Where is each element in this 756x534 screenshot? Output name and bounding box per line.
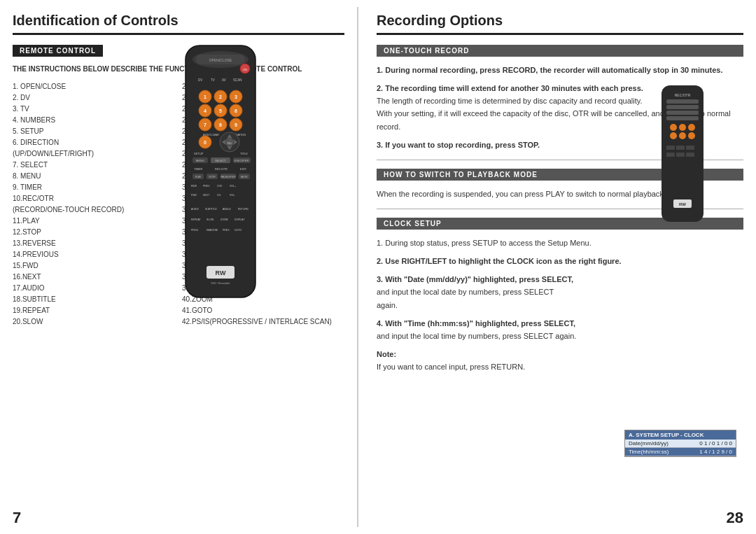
- remote-control-image: OPEN/CLOSE ON DV TV AV SCAN 1 2 3 4 5 6 …: [178, 42, 318, 302]
- control-item: 12.STOP: [13, 227, 175, 238]
- svg-text:AUDIO: AUDIO: [191, 208, 199, 211]
- svg-text:MUTE: MUTE: [241, 176, 248, 178]
- svg-text:RW: RW: [216, 269, 226, 276]
- control-item: 2. DV: [13, 92, 175, 104]
- control-item: 9. TIMER: [13, 182, 175, 193]
- svg-rect-95: [686, 146, 694, 150]
- svg-rect-94: [676, 146, 685, 150]
- svg-text:PROG: PROG: [191, 229, 199, 232]
- svg-text:DISPLAY: DISPLAY: [234, 218, 245, 221]
- svg-text:SEL: SEL: [227, 141, 232, 145]
- control-item: (UP/DOWN/LEFT/RIGHT): [13, 148, 175, 160]
- control-item: (RECORD/ONE-TOUCH RECORD): [13, 204, 175, 216]
- svg-text:MENU: MENU: [196, 159, 204, 162]
- svg-text:3: 3: [234, 94, 237, 99]
- svg-text:PREV: PREV: [203, 185, 210, 188]
- right-title: Recording Options: [377, 13, 743, 35]
- control-item: 18.SUBTITLE: [13, 294, 175, 305]
- svg-point-87: [670, 124, 677, 131]
- svg-text:NEXT: NEXT: [203, 194, 210, 197]
- control-item: 19.REPEAT: [13, 305, 175, 316]
- clock-item1: 1. During stop status, press SETUP to ac…: [377, 237, 743, 249]
- svg-text:AV: AV: [222, 78, 226, 82]
- control-item: 3. TV: [13, 104, 175, 115]
- control-item: 42.PS/IS(PROGRESSIVE / INTERLACE SCAN): [182, 316, 344, 328]
- svg-rect-96: [666, 153, 675, 157]
- svg-text:SETUP: SETUP: [194, 152, 204, 155]
- svg-text:EDIT: EDIT: [240, 167, 247, 171]
- clock-item2: 2. Use RIGHT/LEFT to highlight the CLOCK…: [377, 255, 743, 267]
- svg-rect-83: [666, 99, 699, 104]
- svg-text:5: 5: [219, 108, 222, 113]
- one-touch-record-badge: ONE-TOUCH RECORD: [377, 45, 743, 57]
- svg-text:DISCOPER: DISCOPER: [234, 159, 249, 162]
- control-item: 5. SETUP: [13, 126, 175, 137]
- right-remote-image: REC/OTR RW: [658, 84, 735, 225]
- control-item: 20.SLOW: [13, 316, 175, 328]
- control-item: 10.REC/OTR: [13, 193, 175, 204]
- svg-text:PRES: PRES: [223, 229, 230, 232]
- svg-text:9: 9: [234, 122, 237, 127]
- control-item: 16.NEXT: [13, 272, 175, 283]
- control-item: 11.PLAY: [13, 216, 175, 227]
- svg-text:VOL+: VOL+: [230, 185, 236, 188]
- svg-text:PAUSE/STEP: PAUSE/STEP: [220, 176, 236, 178]
- control-item: 1. OPEN/CLOSE: [13, 81, 175, 92]
- svg-text:7: 7: [204, 122, 206, 127]
- clock-row: Time(hh/mm:ss)1 4 / 1 2 9 / 0: [625, 448, 736, 456]
- svg-text:ZOOM: ZOOM: [220, 218, 228, 221]
- control-item: 17.AUDIO: [13, 283, 175, 294]
- svg-text:4: 4: [204, 108, 206, 113]
- clock-note: Note: If you want to cancel input, press…: [377, 348, 743, 373]
- svg-text:TIMER: TIMER: [194, 167, 203, 171]
- svg-text:RETURN: RETURN: [238, 208, 248, 211]
- page-num-right: 28: [727, 509, 743, 527]
- left-title: Identification of Controls: [13, 13, 344, 35]
- svg-point-89: [688, 124, 695, 131]
- svg-rect-86: [666, 116, 699, 120]
- clock-item4: 4. With "Time (hh:mm:ss)" highlighted, p…: [377, 317, 743, 342]
- svg-text:TV: TV: [211, 78, 215, 82]
- svg-rect-0: [186, 45, 255, 297]
- svg-rect-93: [666, 146, 675, 150]
- svg-text:REC/OTR: REC/OTR: [675, 93, 691, 97]
- svg-text:ON: ON: [243, 68, 247, 71]
- svg-rect-85: [666, 111, 699, 115]
- svg-text:SLOW: SLOW: [206, 218, 214, 221]
- control-item: 6. DIRECTION: [13, 137, 175, 148]
- svg-text:1: 1: [204, 94, 206, 99]
- svg-text:SCAN: SCAN: [233, 78, 242, 82]
- svg-text:ANGLE: ANGLE: [223, 208, 232, 211]
- svg-text:PLAY: PLAY: [195, 176, 202, 178]
- svg-point-88: [679, 124, 686, 131]
- svg-text:GOTO: GOTO: [234, 229, 242, 232]
- vertical-separator: [357, 7, 358, 527]
- clock-item3: 3. With "Date (mm/dd/yy)" highlighted, p…: [377, 273, 743, 311]
- control-item: 13.REVERSE: [13, 238, 175, 249]
- svg-text:SUBTITLE: SUBTITLE: [205, 208, 217, 211]
- svg-text:CH-: CH-: [217, 194, 222, 197]
- svg-text:2: 2: [219, 94, 222, 99]
- clock-screenshot-title: A. SYSTEM SETUP - CLOCK: [625, 430, 736, 440]
- control-item: 41.GOTO: [182, 305, 344, 316]
- svg-rect-97: [676, 153, 685, 157]
- right-panel: Recording Options ONE-TOUCH RECORD 1. Du…: [364, 0, 756, 534]
- control-item: 15.FWD: [13, 260, 175, 272]
- svg-text:RW: RW: [679, 202, 686, 206]
- svg-text:DV: DV: [198, 78, 202, 82]
- control-item: 4. NUMBERS: [13, 115, 175, 126]
- control-item: 7. SELECT: [13, 160, 175, 171]
- svg-text:TITLE: TITLE: [240, 152, 248, 155]
- svg-text:VOL-: VOL-: [230, 194, 236, 197]
- page-num-left: 7: [13, 509, 21, 527]
- svg-text:REPEAT: REPEAT: [191, 218, 202, 221]
- svg-rect-98: [686, 153, 694, 157]
- svg-text:6: 6: [234, 108, 237, 113]
- control-item: 8. MENU: [13, 171, 175, 182]
- svg-text:8: 8: [219, 122, 222, 127]
- svg-text:STOP: STOP: [209, 176, 216, 178]
- svg-text:RANDOM: RANDOM: [206, 229, 218, 232]
- svg-rect-84: [666, 105, 699, 109]
- svg-text:REC/OTR: REC/OTR: [215, 167, 227, 171]
- svg-point-91: [679, 132, 686, 139]
